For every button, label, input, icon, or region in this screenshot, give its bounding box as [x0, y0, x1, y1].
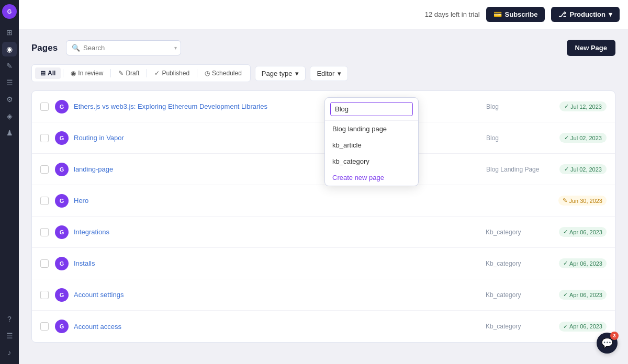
row-checkbox[interactable]	[40, 197, 49, 205]
row-checkbox[interactable]	[40, 165, 49, 174]
page-type-chevron-icon: ▾	[295, 70, 299, 77]
page-title: Pages	[31, 43, 58, 53]
in-review-icon: ◉	[71, 70, 76, 77]
sidebar-icon-menu[interactable]: ☰	[2, 328, 17, 343]
row-checkbox[interactable]	[40, 322, 49, 331]
row-title[interactable]: landing-page	[74, 165, 486, 173]
editor-filter[interactable]: Editor ▾	[310, 66, 348, 81]
dropdown-item[interactable]: kb_category	[325, 153, 418, 169]
status-filter-group: ⊞ All ◉ In review ✎ Draft ✓ Published	[31, 64, 251, 82]
row-type: Blog	[486, 134, 559, 142]
dropdown-search-input[interactable]	[330, 102, 413, 116]
row-date: ✓ Jul 02, 2023	[559, 133, 607, 143]
status-icon: ✓	[563, 291, 568, 298]
sidebar-icon-shape[interactable]: ◈	[2, 109, 17, 123]
production-label: Production	[569, 10, 605, 18]
sidebar-icon-settings[interactable]: ⚙	[2, 92, 17, 107]
row-avatar: G	[55, 320, 69, 333]
row-avatar: G	[55, 131, 69, 145]
topbar: 12 days left in trial 💳 Subscribe ⎇ Prod…	[19, 0, 628, 29]
chat-badge: 3	[610, 332, 619, 340]
pages-header: Pages 🔍 ▾ New Page	[31, 40, 615, 56]
row-checkbox[interactable]	[40, 103, 49, 111]
row-date: ✓ Apr 06, 2023	[559, 322, 607, 332]
filter-scheduled[interactable]: ◷ Scheduled	[199, 67, 247, 79]
table-row: G Installs Kb_category ✓ Apr 06, 2023	[32, 248, 615, 279]
table-row: G Integrations Kb_category ✓ Apr 06, 202…	[32, 217, 615, 248]
avatar[interactable]: G	[2, 4, 17, 19]
search-icon: 🔍	[72, 44, 80, 52]
row-type: Kb_category	[486, 229, 559, 236]
filter-all-icon: ⊞	[40, 70, 46, 77]
table-row: G Account access Kb_category ✓ Apr 06, 2…	[32, 311, 615, 342]
row-type: Blog	[486, 103, 559, 110]
dropdown-item[interactable]: Create new page	[325, 169, 418, 186]
row-title[interactable]: Ethers.js vs web3.js: Exploring Ethereum…	[74, 103, 486, 110]
row-title[interactable]: Routing in Vapor	[74, 134, 486, 142]
editor-chevron-icon: ▾	[338, 70, 341, 77]
status-icon: ✓	[564, 103, 569, 110]
sidebar-icon-home[interactable]: ⊞	[2, 25, 17, 40]
editor-label: Editor	[317, 70, 334, 77]
dropdown-search-container	[325, 98, 418, 121]
filter-draft[interactable]: ✎ Draft	[113, 67, 144, 79]
filter-all[interactable]: ⊞ All	[35, 67, 61, 79]
status-icon: ✓	[563, 260, 568, 267]
row-checkbox[interactable]	[40, 228, 49, 236]
chat-button[interactable]: 💬 3	[597, 333, 618, 354]
row-type: Kb_category	[486, 260, 559, 267]
row-title[interactable]: Hero	[74, 197, 485, 204]
chat-icon: 💬	[601, 337, 613, 349]
dropdown-item[interactable]: kb_article	[325, 137, 418, 153]
main-area: 12 days left in trial 💳 Subscribe ⎇ Prod…	[19, 0, 628, 364]
sidebar-icon-pages[interactable]: ◉	[2, 42, 17, 56]
table-row: G Routing in Vapor Blog ✓ Jul 02, 2023	[32, 122, 615, 154]
row-avatar: G	[55, 257, 69, 270]
row-title[interactable]: Installs	[74, 259, 486, 267]
filter-published[interactable]: ✓ Published	[149, 67, 195, 79]
row-date: ✓ Apr 06, 2023	[559, 258, 607, 268]
pages-table: G Ethers.js vs web3.js: Exploring Ethere…	[31, 90, 615, 343]
filter-sep-3	[147, 69, 147, 77]
status-icon: ✓	[563, 229, 568, 235]
page-type-filter[interactable]: Page type ▾	[255, 66, 306, 81]
row-checkbox[interactable]	[40, 291, 49, 299]
trial-text: 12 days left in trial	[425, 10, 480, 18]
sidebar-icon-chess[interactable]: ♟	[2, 126, 17, 140]
status-icon: ✎	[563, 197, 567, 204]
row-date: ✓ Jul 02, 2023	[559, 164, 607, 174]
row-date: ✎ Jun 30, 2023	[558, 196, 607, 206]
sidebar-icon-help[interactable]: ?	[2, 312, 17, 326]
sidebar-bottom: ? ☰ ♪	[2, 312, 17, 360]
row-avatar: G	[55, 194, 69, 208]
content-area: Pages 🔍 ▾ New Page ⊞ All ◉ In review	[19, 29, 628, 364]
status-icon: ✓	[564, 134, 569, 141]
sidebar-icon-list[interactable]: ☰	[2, 75, 17, 90]
sidebar-icon-music[interactable]: ♪	[2, 345, 17, 360]
filter-in-review[interactable]: ◉ In review	[65, 67, 108, 79]
draft-icon: ✎	[118, 70, 124, 77]
production-button[interactable]: ⎇ Production ▾	[551, 7, 620, 22]
new-page-button[interactable]: New Page	[567, 40, 615, 56]
row-title[interactable]: Account settings	[74, 291, 486, 299]
row-checkbox[interactable]	[40, 134, 49, 142]
subscribe-icon: 💳	[494, 10, 502, 18]
table-row: G Account settings Kb_category ✓ Apr 06,…	[32, 279, 615, 311]
search-bar: 🔍 ▾	[66, 40, 181, 55]
row-checkbox[interactable]	[40, 259, 49, 268]
row-title[interactable]: Integrations	[74, 228, 486, 236]
row-type: Blog Landing Page	[486, 166, 559, 173]
sidebar-icon-edit[interactable]: ✎	[2, 59, 17, 73]
row-title[interactable]: Account access	[74, 323, 486, 331]
table-row: G Hero ✎ Jun 30, 2023	[32, 185, 615, 217]
dropdown-items-list: Blog landing pagekb_articlekb_categoryCr…	[325, 121, 418, 186]
published-icon: ✓	[154, 70, 160, 77]
search-input[interactable]	[83, 44, 171, 52]
dropdown-item[interactable]: Blog landing page	[325, 121, 418, 137]
subscribe-button[interactable]: 💳 Subscribe	[486, 7, 545, 22]
chevron-down-icon: ▾	[609, 10, 612, 18]
row-avatar: G	[55, 100, 69, 113]
search-dropdown-icon[interactable]: ▾	[174, 45, 177, 51]
row-avatar: G	[55, 288, 69, 302]
table-row: G Ethers.js vs web3.js: Exploring Ethere…	[32, 91, 615, 122]
